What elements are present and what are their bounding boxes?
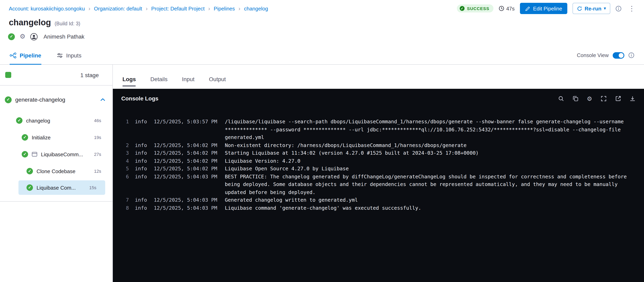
- log-level: info: [135, 118, 148, 141]
- log-settings-gear-icon[interactable]: ⚙: [587, 95, 592, 101]
- step-label: Clone Codebase: [36, 168, 90, 174]
- tab-inputs[interactable]: Inputs: [56, 46, 81, 64]
- copy-icon: [572, 95, 578, 101]
- log-timestamp: 12/5/2025, 5:04:02 PM: [154, 141, 219, 149]
- log-line-number: 1: [123, 118, 129, 141]
- step-duration: 12s: [94, 169, 102, 174]
- pipeline-success-icon: ✓: [8, 33, 15, 40]
- breadcrumb-item: Project: Default Project ›: [151, 6, 214, 12]
- log-message: Liquibase command 'generate-changelog' w…: [225, 204, 634, 212]
- download-logs-button[interactable]: [630, 95, 636, 101]
- success-check-icon: ✓: [22, 134, 28, 141]
- rerun-button[interactable]: Re-run ▾: [572, 3, 610, 14]
- sidebar-group-generate-changelog[interactable]: ✓ generate-changelog: [0, 88, 112, 111]
- breadcrumb-item: changelog ›: [244, 6, 268, 12]
- log-timestamp: 12/5/2025, 5:04:02 PM: [154, 165, 219, 173]
- breadcrumb-link[interactable]: Organization: default: [94, 6, 142, 12]
- success-check-icon: ✓: [26, 184, 33, 191]
- caret-down-icon: ▾: [604, 7, 606, 11]
- breadcrumb-link[interactable]: Project: Default Project: [151, 6, 204, 12]
- console-log-lines: 1 info 12/5/2025, 5:03:57 PM /liquibase/…: [113, 108, 644, 282]
- fullscreen-button[interactable]: [601, 95, 607, 101]
- tab-logs[interactable]: Logs: [122, 76, 136, 83]
- breadcrumb-link[interactable]: Pipelines: [214, 6, 235, 12]
- step-duration: 15s: [89, 185, 96, 190]
- search-logs-button[interactable]: [558, 95, 564, 101]
- tab-input[interactable]: Input: [182, 76, 194, 83]
- log-message: Non-existent directory: /harness/dbops/L…: [225, 141, 634, 149]
- log-message: Generated changelog written to generated…: [225, 196, 634, 204]
- step-label: LiquibaseComm...: [41, 151, 90, 157]
- step-duration: 46s: [94, 118, 102, 123]
- page-title: changelog: [9, 17, 51, 28]
- success-check-icon: ✓: [5, 96, 12, 103]
- sidebar-step-changelog[interactable]: ✓ changelog 46s: [0, 113, 112, 128]
- main-tab-bar: Pipeline Inputs Console View: [0, 46, 644, 65]
- log-timestamp: 12/5/2025, 5:04:02 PM: [154, 149, 219, 157]
- log-line: 7 info 12/5/2025, 5:04:03 PM Generated c…: [123, 196, 634, 204]
- build-duration: 47s: [499, 6, 515, 12]
- step-label: Liquibase Com...: [36, 185, 86, 191]
- edit-pipeline-button[interactable]: Edit Pipeline: [520, 3, 568, 14]
- open-raw-logs-button[interactable]: [615, 95, 621, 101]
- sidebar-step-clone-codebase[interactable]: ✓ Clone Codebase 12s: [0, 163, 112, 179]
- tab-output[interactable]: Output: [209, 76, 226, 83]
- log-message: BEST PRACTICE: The changelog generated b…: [225, 173, 634, 196]
- sidebar-step-liquibase-command[interactable]: ✓ Liquibase Com... 15s: [18, 180, 105, 195]
- log-tab-bar: Logs Details Input Output: [113, 65, 644, 89]
- log-line: 8 info 12/5/2025, 5:04:03 PM Liquibase c…: [123, 204, 634, 212]
- breadcrumb-item: Account: kurosakiichigo.songoku ›: [9, 6, 94, 12]
- status-badge: ✓ SUCCESS: [457, 5, 493, 13]
- tab-pipeline[interactable]: Pipeline: [10, 46, 41, 64]
- chevron-up-icon[interactable]: [100, 98, 105, 101]
- log-line: 4 info 12/5/2025, 5:04:02 PM Liquibase V…: [123, 157, 634, 165]
- log-timestamp: 12/5/2025, 5:04:03 PM: [154, 196, 219, 204]
- step-label: changelog: [26, 118, 90, 124]
- console-view-toggle[interactable]: [613, 52, 624, 59]
- log-level: info: [135, 196, 148, 204]
- tab-details[interactable]: Details: [150, 76, 168, 83]
- copy-logs-button[interactable]: [572, 95, 578, 101]
- chevron-right-icon: ›: [238, 6, 240, 11]
- fullscreen-icon: [601, 95, 607, 101]
- toggle-knob: [619, 53, 624, 58]
- log-line-number: 4: [123, 157, 129, 165]
- download-icon: [630, 95, 636, 101]
- success-check-icon: ✓: [26, 168, 33, 174]
- log-line-number: 7: [123, 196, 129, 204]
- build-duration-label: 47s: [506, 6, 515, 12]
- breadcrumb-link[interactable]: Account: kurosakiichigo.songoku: [9, 6, 85, 12]
- step-label: Initialize: [32, 134, 90, 140]
- log-level: info: [135, 141, 148, 149]
- log-message: Liquibase Version: 4.27.0: [225, 157, 634, 165]
- execution-sidebar: 1 stage ✓ generate-changelog ✓ changelog…: [0, 65, 113, 282]
- log-line: 3 info 12/5/2025, 5:04:02 PM Starting Li…: [123, 149, 634, 157]
- log-level: info: [135, 165, 148, 173]
- tab-pipeline-label: Pipeline: [20, 52, 41, 59]
- success-check-icon: ✓: [22, 151, 28, 157]
- console-view-control: Console View: [577, 52, 634, 59]
- breadcrumb-link[interactable]: changelog: [244, 6, 268, 12]
- kebab-menu-icon[interactable]: ⋮: [627, 5, 637, 12]
- log-line: 2 info 12/5/2025, 5:04:02 PM Non-existen…: [123, 141, 634, 149]
- log-timestamp: 12/5/2025, 5:04:03 PM: [154, 204, 219, 212]
- console-view-label: Console View: [577, 52, 609, 58]
- console-panel: Console Logs ⚙: [113, 89, 644, 282]
- info-icon-button[interactable]: [616, 6, 622, 12]
- log-timestamp: 12/5/2025, 5:04:02 PM: [154, 157, 219, 165]
- console-view-info-button[interactable]: [628, 52, 634, 58]
- search-icon: [558, 95, 564, 101]
- step-duration: 19s: [94, 135, 102, 140]
- step-tree: ✓ changelog 46s ✓ Initialize 19s ✓ Liqui…: [0, 111, 112, 202]
- app-window: Account: kurosakiichigo.songoku › Organi…: [0, 0, 644, 282]
- gear-icon[interactable]: ⚙: [20, 33, 26, 40]
- console-actions: ⚙: [558, 95, 636, 101]
- breadcrumb-item: Pipelines ›: [214, 6, 244, 12]
- sidebar-step-liquibasecommand-group[interactable]: ✓ LiquibaseComm... 27s: [0, 147, 112, 162]
- log-timestamp: 12/5/2025, 5:04:03 PM: [154, 173, 219, 196]
- success-check-icon: ✓: [16, 117, 22, 124]
- top-bar-actions: ✓ SUCCESS 47s Edit Pipeline Re-run ▾ ⋮: [457, 3, 637, 14]
- sidebar-step-initialize[interactable]: ✓ Initialize 19s: [0, 130, 112, 145]
- breadcrumb: Account: kurosakiichigo.songoku › Organi…: [9, 6, 268, 12]
- pipeline-icon: [10, 52, 16, 59]
